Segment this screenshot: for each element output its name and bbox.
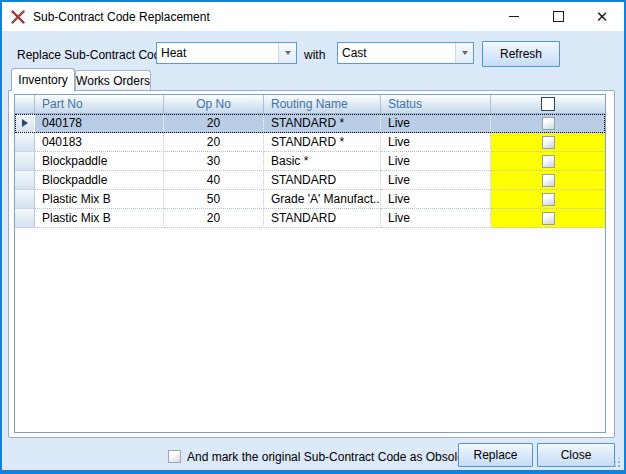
window-title: Sub-Contract Code Replacement bbox=[33, 10, 210, 24]
cell-op-no: 30 bbox=[164, 152, 264, 171]
column-header-routing-name[interactable]: Routing Name bbox=[264, 95, 381, 113]
grid-header-row: Part No Op No Routing Name Status bbox=[15, 95, 605, 114]
column-header-part-no[interactable]: Part No bbox=[35, 95, 164, 113]
cell-status: Live bbox=[381, 171, 491, 190]
grid-body: 04017820STANDARD *Live04018320STANDARD *… bbox=[15, 114, 605, 228]
to-code-value: Cast bbox=[338, 43, 455, 63]
dialog-window: Sub-Contract Code Replacement ✕ Replace … bbox=[0, 0, 626, 474]
inventory-tab-page: Part No Op No Routing Name Status 040178… bbox=[8, 90, 615, 438]
app-icon bbox=[10, 9, 26, 25]
chevron-down-icon bbox=[285, 51, 291, 55]
row-checkbox[interactable] bbox=[542, 155, 555, 168]
cell-part-no: Blockpaddle bbox=[35, 171, 164, 190]
cell-select bbox=[491, 133, 605, 152]
cell-status: Live bbox=[381, 209, 491, 228]
cell-op-no: 20 bbox=[164, 114, 264, 133]
cell-routing-name: Grade 'A' Manufact... bbox=[264, 190, 381, 209]
cell-routing-name: STANDARD bbox=[264, 209, 381, 228]
row-selector[interactable] bbox=[15, 209, 35, 228]
cell-status: Live bbox=[381, 152, 491, 171]
column-header-select bbox=[491, 95, 605, 113]
from-code-value: Heat bbox=[157, 43, 278, 63]
cell-part-no: Plastic Mix B bbox=[35, 209, 164, 228]
row-checkbox[interactable] bbox=[542, 212, 555, 225]
row-selector[interactable] bbox=[15, 114, 35, 133]
close-dialog-button[interactable]: Close bbox=[537, 443, 615, 467]
mark-obsolete-checkbox[interactable] bbox=[168, 450, 181, 463]
minimize-button[interactable] bbox=[492, 2, 536, 31]
tab-inventory[interactable]: Inventory bbox=[11, 68, 75, 91]
cell-op-no: 50 bbox=[164, 190, 264, 209]
cell-routing-name: Basic * bbox=[264, 152, 381, 171]
cell-select bbox=[491, 114, 605, 133]
table-row[interactable]: Plastic Mix B20STANDARDLive bbox=[15, 209, 605, 228]
maximize-icon bbox=[553, 11, 564, 22]
close-button[interactable]: ✕ bbox=[580, 2, 624, 31]
table-row[interactable]: Blockpaddle30Basic *Live bbox=[15, 152, 605, 171]
cell-select bbox=[491, 152, 605, 171]
row-checkbox[interactable] bbox=[542, 174, 555, 187]
with-label: with bbox=[304, 48, 325, 62]
table-row[interactable]: 04018320STANDARD *Live bbox=[15, 133, 605, 152]
to-code-combobox[interactable]: Cast bbox=[337, 42, 474, 64]
row-checkbox[interactable] bbox=[542, 193, 555, 206]
cell-part-no: Blockpaddle bbox=[35, 152, 164, 171]
cell-op-no: 20 bbox=[164, 209, 264, 228]
title-bar: Sub-Contract Code Replacement ✕ bbox=[2, 2, 624, 31]
cell-select bbox=[491, 209, 605, 228]
cell-status: Live bbox=[381, 114, 491, 133]
cell-part-no: 040183 bbox=[35, 133, 164, 152]
row-checkbox[interactable] bbox=[542, 136, 555, 149]
replace-button[interactable]: Replace bbox=[458, 443, 533, 467]
to-code-dropdown-button[interactable] bbox=[455, 43, 473, 63]
row-selector[interactable] bbox=[15, 152, 35, 171]
row-selector[interactable] bbox=[15, 133, 35, 152]
chevron-down-icon bbox=[462, 51, 468, 55]
cell-part-no: 040178 bbox=[35, 114, 164, 133]
column-header-status[interactable]: Status bbox=[381, 95, 491, 113]
close-icon: ✕ bbox=[596, 9, 609, 24]
row-selector[interactable] bbox=[15, 171, 35, 190]
replace-code-label: Replace Sub-Contract Code bbox=[17, 48, 167, 62]
cell-select bbox=[491, 171, 605, 190]
cell-op-no: 20 bbox=[164, 133, 264, 152]
data-grid: Part No Op No Routing Name Status 040178… bbox=[14, 94, 606, 433]
cell-select bbox=[491, 190, 605, 209]
mark-obsolete-label: And mark the original Sub-Contract Code … bbox=[187, 450, 474, 464]
tab-works-orders[interactable]: Works Orders bbox=[75, 70, 151, 91]
cell-part-no: Plastic Mix B bbox=[35, 190, 164, 209]
cell-routing-name: STANDARD * bbox=[264, 114, 381, 133]
cell-routing-name: STANDARD bbox=[264, 171, 381, 190]
cell-status: Live bbox=[381, 190, 491, 209]
row-checkbox[interactable] bbox=[542, 117, 555, 130]
table-row[interactable]: 04017820STANDARD *Live bbox=[15, 114, 605, 133]
table-row[interactable]: Blockpaddle40STANDARDLive bbox=[15, 171, 605, 190]
maximize-button[interactable] bbox=[536, 2, 580, 31]
row-selector-header bbox=[15, 95, 35, 113]
select-all-checkbox[interactable] bbox=[541, 97, 555, 111]
table-row[interactable]: Plastic Mix B50Grade 'A' Manufact...Live bbox=[15, 190, 605, 209]
from-code-combobox[interactable]: Heat bbox=[156, 42, 297, 64]
from-code-dropdown-button[interactable] bbox=[278, 43, 296, 63]
cell-status: Live bbox=[381, 133, 491, 152]
row-selector[interactable] bbox=[15, 190, 35, 209]
minimize-icon bbox=[509, 16, 519, 17]
column-header-op-no[interactable]: Op No bbox=[164, 95, 264, 113]
cell-op-no: 40 bbox=[164, 171, 264, 190]
cell-routing-name: STANDARD * bbox=[264, 133, 381, 152]
current-row-arrow-icon bbox=[22, 119, 28, 127]
refresh-button[interactable]: Refresh bbox=[482, 41, 560, 67]
